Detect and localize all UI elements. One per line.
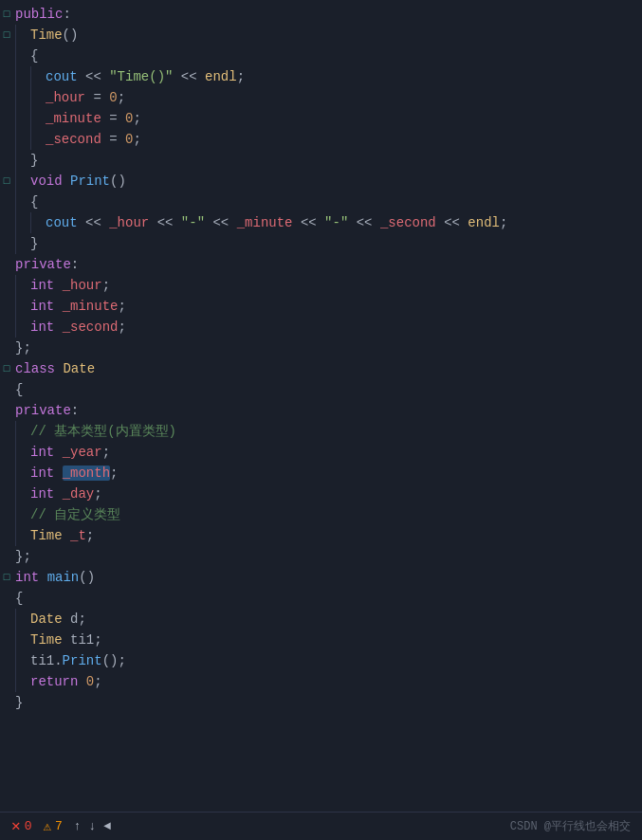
token-plain: = [101,111,125,126]
indent-guide [15,212,30,233]
fold-icon [0,463,13,484]
code-line: return 0; [0,671,642,692]
token-plain: : [71,257,79,272]
arrow-up[interactable]: ↑ [74,819,82,833]
token-kw: int [30,320,54,335]
token-var: _hour [109,215,149,230]
fold-icon [0,275,13,296]
fold-icon [0,317,13,338]
token-plain: ; [500,215,507,230]
token-var: _year [63,445,102,460]
token-kw: private [15,403,71,418]
code-content: int main() [15,567,634,588]
token-plain: }; [15,340,31,356]
code-content: { [15,588,634,609]
warning-count: 7 [55,819,63,833]
indent-guide [15,650,30,671]
code-content: ti1.Print(); [30,650,634,671]
code-line: { [0,46,642,66]
token-var: _hour [46,90,85,105]
fold-icon [0,338,13,358]
token-plain [54,466,62,481]
indent-guide [15,504,30,525]
code-content: int _second; [30,317,634,338]
token-plain: ; [86,528,94,543]
code-line: int _day; [0,484,642,504]
token-plain: << [205,215,237,230]
code-content: Time ti1; [30,630,634,650]
fold-icon [0,296,13,317]
token-type: Time [30,528,63,543]
code-line: } [0,233,642,254]
code-content: return 0; [30,671,634,692]
code-line: } [0,150,642,171]
code-line: private: [0,400,642,421]
token-str: "-" [181,215,205,230]
token-plain: << [173,69,205,84]
token-plain: ; [118,90,125,105]
code-content: cout << "Time()" << endl; [46,66,634,87]
indent-guide [15,484,30,504]
token-kw: private [15,257,71,272]
code-content: } [30,150,634,171]
token-plain: ; [110,466,118,481]
code-line: □class Date [0,358,642,379]
code-content: int _day; [30,484,634,504]
token-plain: () [79,570,95,585]
fold-icon[interactable]: □ [0,358,13,379]
indent-guide [30,108,46,129]
code-content: private: [15,400,634,421]
token-plain: ; [94,486,101,502]
status-left: ✕ 0 ⚠ 7 ↑ ↓ ◄ [11,819,111,834]
token-kw: public [15,7,63,22]
fold-icon [0,46,13,66]
indent-guide [15,296,30,317]
token-plain: } [30,153,38,168]
token-kw: return [30,674,78,689]
token-plain: ; [102,445,110,460]
code-editor: □public:□Time() { cout << "Time()" << en… [0,0,642,812]
token-plain: { [15,382,23,397]
code-line: int _second; [0,317,642,338]
fold-icon[interactable]: □ [0,567,13,588]
token-plain: d; [63,612,86,627]
fold-icon [0,254,13,275]
token-plain [39,570,46,585]
token-endl: endl [468,215,500,230]
fold-icon[interactable]: □ [0,25,13,46]
fold-icon[interactable]: □ [0,171,13,192]
token-plain: { [30,48,38,64]
fold-icon[interactable]: □ [0,4,13,25]
token-plain: << [149,215,181,230]
error-badge[interactable]: ✕ 0 [11,819,31,834]
fold-icon [0,671,13,692]
indent-guide [15,463,30,484]
code-content: cout << _hour << "-" << _minute << "-" <… [46,212,634,233]
fold-icon [0,379,13,400]
code-content: } [15,692,634,713]
status-bar: ✕ 0 ⚠ 7 ↑ ↓ ◄ CSDN @平行线也会相交 [0,812,642,840]
code-content: class Date [15,358,634,379]
indent-guide [15,150,30,171]
arrow-left[interactable]: ◄ [103,819,111,833]
token-endl: endl [205,69,237,84]
token-plain: ; [133,132,140,147]
token-plain: ; [237,69,245,84]
code-content: void Print() [30,171,634,192]
indent-guide [15,317,30,338]
code-line: □void Print() [0,171,642,192]
code-content: _second = 0; [46,129,634,150]
code-line: } [0,692,642,713]
token-plain [63,173,70,189]
code-content: _hour = 0; [46,87,634,108]
arrow-down[interactable]: ↓ [89,819,97,833]
code-content: // 基本类型(内置类型) [30,421,634,442]
code-content: { [30,46,634,66]
indent-guide [15,66,30,87]
warning-badge[interactable]: ⚠ 7 [43,819,62,833]
fold-icon [0,150,13,171]
token-fn: main [47,570,80,585]
code-line: □public: [0,4,642,25]
code-line: Date d; [0,609,642,630]
token-var: _second [380,215,436,230]
